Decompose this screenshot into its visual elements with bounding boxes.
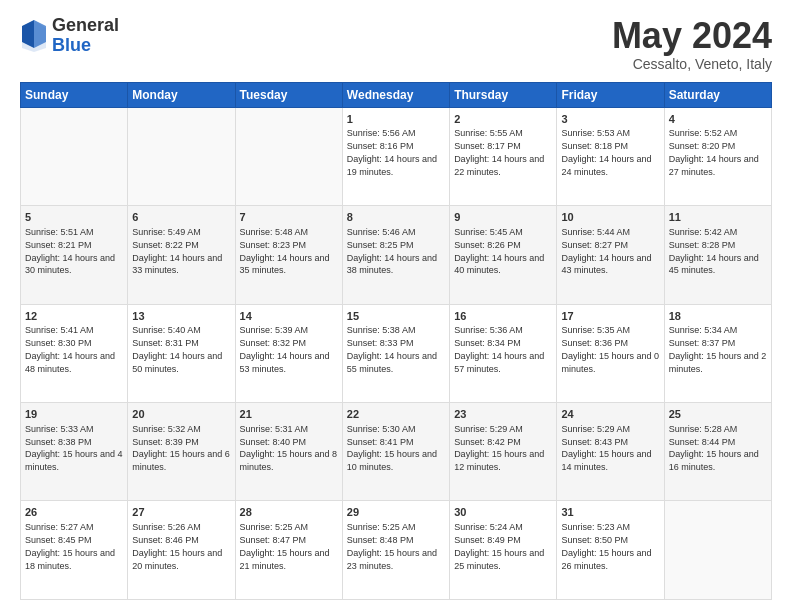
calendar-cell: 24Sunrise: 5:29 AMSunset: 8:43 PMDayligh…	[557, 403, 664, 501]
day-number: 11	[669, 210, 767, 225]
day-info: Sunrise: 5:40 AMSunset: 8:31 PMDaylight:…	[132, 325, 222, 373]
week-row-0: 1Sunrise: 5:56 AMSunset: 8:16 PMDaylight…	[21, 107, 772, 205]
calendar-cell: 8Sunrise: 5:46 AMSunset: 8:25 PMDaylight…	[342, 206, 449, 304]
day-info: Sunrise: 5:29 AMSunset: 8:43 PMDaylight:…	[561, 424, 651, 472]
day-number: 13	[132, 309, 230, 324]
calendar-cell	[128, 107, 235, 205]
day-info: Sunrise: 5:35 AMSunset: 8:36 PMDaylight:…	[561, 325, 659, 373]
day-number: 3	[561, 112, 659, 127]
calendar-cell: 17Sunrise: 5:35 AMSunset: 8:36 PMDayligh…	[557, 304, 664, 402]
day-info: Sunrise: 5:56 AMSunset: 8:16 PMDaylight:…	[347, 128, 437, 176]
calendar-cell: 18Sunrise: 5:34 AMSunset: 8:37 PMDayligh…	[664, 304, 771, 402]
calendar-cell: 7Sunrise: 5:48 AMSunset: 8:23 PMDaylight…	[235, 206, 342, 304]
day-info: Sunrise: 5:31 AMSunset: 8:40 PMDaylight:…	[240, 424, 338, 472]
day-info: Sunrise: 5:26 AMSunset: 8:46 PMDaylight:…	[132, 522, 222, 570]
calendar-cell: 20Sunrise: 5:32 AMSunset: 8:39 PMDayligh…	[128, 403, 235, 501]
day-info: Sunrise: 5:32 AMSunset: 8:39 PMDaylight:…	[132, 424, 230, 472]
calendar-cell	[21, 107, 128, 205]
calendar-cell: 29Sunrise: 5:25 AMSunset: 8:48 PMDayligh…	[342, 501, 449, 600]
day-number: 20	[132, 407, 230, 422]
day-info: Sunrise: 5:46 AMSunset: 8:25 PMDaylight:…	[347, 227, 437, 275]
logo-general-text: General	[52, 16, 119, 36]
day-info: Sunrise: 5:38 AMSunset: 8:33 PMDaylight:…	[347, 325, 437, 373]
day-number: 15	[347, 309, 445, 324]
logo: General Blue	[20, 16, 119, 56]
header-row: Sunday Monday Tuesday Wednesday Thursday…	[21, 82, 772, 107]
day-number: 5	[25, 210, 123, 225]
day-number: 31	[561, 505, 659, 520]
day-info: Sunrise: 5:41 AMSunset: 8:30 PMDaylight:…	[25, 325, 115, 373]
day-info: Sunrise: 5:33 AMSunset: 8:38 PMDaylight:…	[25, 424, 123, 472]
day-number: 1	[347, 112, 445, 127]
day-number: 9	[454, 210, 552, 225]
day-info: Sunrise: 5:53 AMSunset: 8:18 PMDaylight:…	[561, 128, 651, 176]
header-monday: Monday	[128, 82, 235, 107]
header-friday: Friday	[557, 82, 664, 107]
calendar-cell: 21Sunrise: 5:31 AMSunset: 8:40 PMDayligh…	[235, 403, 342, 501]
calendar-cell: 2Sunrise: 5:55 AMSunset: 8:17 PMDaylight…	[450, 107, 557, 205]
day-info: Sunrise: 5:51 AMSunset: 8:21 PMDaylight:…	[25, 227, 115, 275]
day-number: 26	[25, 505, 123, 520]
day-number: 8	[347, 210, 445, 225]
calendar-body: 1Sunrise: 5:56 AMSunset: 8:16 PMDaylight…	[21, 107, 772, 599]
calendar-cell: 23Sunrise: 5:29 AMSunset: 8:42 PMDayligh…	[450, 403, 557, 501]
day-number: 2	[454, 112, 552, 127]
location: Cessalto, Veneto, Italy	[612, 56, 772, 72]
calendar-cell	[235, 107, 342, 205]
calendar-cell: 25Sunrise: 5:28 AMSunset: 8:44 PMDayligh…	[664, 403, 771, 501]
calendar-cell: 31Sunrise: 5:23 AMSunset: 8:50 PMDayligh…	[557, 501, 664, 600]
day-info: Sunrise: 5:24 AMSunset: 8:49 PMDaylight:…	[454, 522, 544, 570]
logo-blue-text: Blue	[52, 36, 119, 56]
day-info: Sunrise: 5:23 AMSunset: 8:50 PMDaylight:…	[561, 522, 651, 570]
header-sunday: Sunday	[21, 82, 128, 107]
day-number: 24	[561, 407, 659, 422]
day-info: Sunrise: 5:39 AMSunset: 8:32 PMDaylight:…	[240, 325, 330, 373]
day-number: 29	[347, 505, 445, 520]
day-info: Sunrise: 5:44 AMSunset: 8:27 PMDaylight:…	[561, 227, 651, 275]
week-row-1: 5Sunrise: 5:51 AMSunset: 8:21 PMDaylight…	[21, 206, 772, 304]
calendar-cell: 30Sunrise: 5:24 AMSunset: 8:49 PMDayligh…	[450, 501, 557, 600]
calendar-cell: 26Sunrise: 5:27 AMSunset: 8:45 PMDayligh…	[21, 501, 128, 600]
day-number: 21	[240, 407, 338, 422]
calendar-cell: 6Sunrise: 5:49 AMSunset: 8:22 PMDaylight…	[128, 206, 235, 304]
calendar-table: Sunday Monday Tuesday Wednesday Thursday…	[20, 82, 772, 600]
calendar-cell: 16Sunrise: 5:36 AMSunset: 8:34 PMDayligh…	[450, 304, 557, 402]
calendar-cell: 5Sunrise: 5:51 AMSunset: 8:21 PMDaylight…	[21, 206, 128, 304]
day-number: 12	[25, 309, 123, 324]
calendar-cell: 3Sunrise: 5:53 AMSunset: 8:18 PMDaylight…	[557, 107, 664, 205]
calendar-header: Sunday Monday Tuesday Wednesday Thursday…	[21, 82, 772, 107]
week-row-4: 26Sunrise: 5:27 AMSunset: 8:45 PMDayligh…	[21, 501, 772, 600]
logo-icon	[20, 18, 48, 54]
day-number: 6	[132, 210, 230, 225]
month-title: May 2024	[612, 16, 772, 56]
logo-text: General Blue	[52, 16, 119, 56]
week-row-2: 12Sunrise: 5:41 AMSunset: 8:30 PMDayligh…	[21, 304, 772, 402]
calendar-cell: 22Sunrise: 5:30 AMSunset: 8:41 PMDayligh…	[342, 403, 449, 501]
day-info: Sunrise: 5:49 AMSunset: 8:22 PMDaylight:…	[132, 227, 222, 275]
day-info: Sunrise: 5:42 AMSunset: 8:28 PMDaylight:…	[669, 227, 759, 275]
day-number: 17	[561, 309, 659, 324]
calendar-cell: 14Sunrise: 5:39 AMSunset: 8:32 PMDayligh…	[235, 304, 342, 402]
calendar-cell: 12Sunrise: 5:41 AMSunset: 8:30 PMDayligh…	[21, 304, 128, 402]
day-info: Sunrise: 5:45 AMSunset: 8:26 PMDaylight:…	[454, 227, 544, 275]
day-number: 10	[561, 210, 659, 225]
day-info: Sunrise: 5:48 AMSunset: 8:23 PMDaylight:…	[240, 227, 330, 275]
day-number: 30	[454, 505, 552, 520]
day-info: Sunrise: 5:30 AMSunset: 8:41 PMDaylight:…	[347, 424, 437, 472]
calendar-cell: 10Sunrise: 5:44 AMSunset: 8:27 PMDayligh…	[557, 206, 664, 304]
day-info: Sunrise: 5:29 AMSunset: 8:42 PMDaylight:…	[454, 424, 544, 472]
calendar-cell: 27Sunrise: 5:26 AMSunset: 8:46 PMDayligh…	[128, 501, 235, 600]
calendar-cell: 9Sunrise: 5:45 AMSunset: 8:26 PMDaylight…	[450, 206, 557, 304]
calendar-cell	[664, 501, 771, 600]
day-number: 19	[25, 407, 123, 422]
day-number: 28	[240, 505, 338, 520]
day-number: 16	[454, 309, 552, 324]
day-number: 18	[669, 309, 767, 324]
day-number: 25	[669, 407, 767, 422]
day-info: Sunrise: 5:36 AMSunset: 8:34 PMDaylight:…	[454, 325, 544, 373]
day-number: 4	[669, 112, 767, 127]
header: General Blue May 2024 Cessalto, Veneto, …	[20, 16, 772, 72]
day-info: Sunrise: 5:52 AMSunset: 8:20 PMDaylight:…	[669, 128, 759, 176]
header-thursday: Thursday	[450, 82, 557, 107]
day-info: Sunrise: 5:34 AMSunset: 8:37 PMDaylight:…	[669, 325, 767, 373]
